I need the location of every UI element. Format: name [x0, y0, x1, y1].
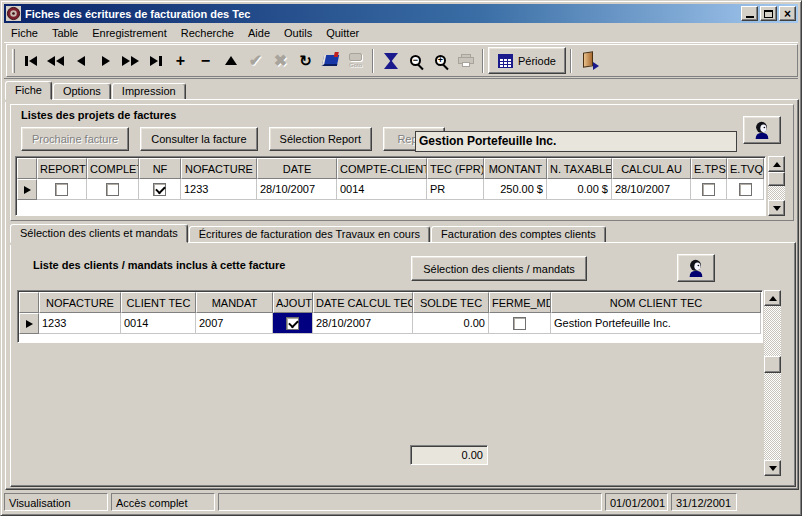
periode-button[interactable]: Période — [488, 47, 566, 74]
next-record-button[interactable] — [93, 48, 118, 73]
scroll-down-button[interactable] — [764, 460, 781, 476]
cell-nofacture[interactable]: 1233 — [181, 179, 257, 200]
cell-mandat[interactable]: 2007 — [196, 313, 273, 334]
scroll-thumb[interactable] — [768, 172, 785, 186]
goto-button: Goto — [343, 48, 368, 73]
cell-solde-tec[interactable]: 0.00 — [413, 313, 489, 334]
scroll-up-button[interactable] — [768, 156, 785, 172]
hourglass-button[interactable] — [378, 48, 403, 73]
menu-aide[interactable]: Aide — [241, 25, 277, 41]
minimize-button[interactable] — [741, 6, 758, 21]
col-complet: COMPLET — [87, 158, 139, 179]
scroll-down-button[interactable] — [768, 200, 785, 216]
tab-fiche[interactable]: Fiche — [5, 81, 52, 100]
clients-list-title: Liste des clients / mandats inclus à cet… — [33, 259, 285, 271]
e-tps-checkbox[interactable] — [702, 183, 715, 196]
scroll-thumb[interactable] — [764, 356, 781, 373]
tab-options[interactable]: Options — [53, 83, 111, 100]
cell-e-tps[interactable] — [691, 179, 727, 200]
scroll-down-icon — [773, 206, 781, 211]
last-record-icon — [150, 56, 162, 66]
prior-page-button[interactable] — [43, 48, 68, 73]
periode-button-label: Période — [518, 55, 556, 67]
row-selector-cell[interactable] — [19, 313, 39, 334]
app-window: Fiches des écritures de facturation des … — [0, 0, 802, 516]
refresh-button[interactable]: ↻ — [293, 48, 318, 73]
complet-checkbox[interactable] — [106, 183, 119, 196]
tab-impression[interactable]: Impression — [112, 83, 186, 100]
col-nofacture: NOFACTURE — [39, 292, 121, 313]
zoom-in-icon: + — [435, 55, 446, 66]
person-icon — [751, 120, 773, 140]
delete-record-button[interactable]: − — [193, 48, 218, 73]
clients-grid-header: NOFACTURE CLIENT TEC MANDAT AJOUT DATE C… — [19, 292, 762, 313]
tab-ecritures-travaux[interactable]: Écritures de facturation des Travaux en … — [189, 226, 430, 243]
cell-calcul-au[interactable]: 28/10/2007 — [612, 179, 691, 200]
consulter-facture-button[interactable]: Consulter la facture — [140, 127, 257, 151]
cell-date[interactable]: 28/10/2007 — [257, 179, 337, 200]
cell-ajout-selected[interactable] — [273, 313, 313, 334]
cell-report[interactable] — [37, 179, 87, 200]
e-tvq-checkbox[interactable] — [739, 183, 752, 196]
status-access: Accès complet — [111, 493, 215, 511]
col-n-taxable: N. TAXABLE — [547, 158, 612, 179]
zoom-out-icon: − — [410, 55, 421, 66]
scroll-up-button[interactable] — [764, 290, 781, 306]
menu-recherche[interactable]: Recherche — [174, 25, 241, 41]
zoom-out-button[interactable]: − — [403, 48, 428, 73]
maximize-button[interactable] — [760, 6, 777, 21]
col-tec-fpr: TEC (FPR) — [427, 158, 484, 179]
clients-grid-scrollbar[interactable] — [764, 290, 781, 476]
clients-lookup-button[interactable] — [677, 254, 715, 282]
cell-nofacture[interactable]: 1233 — [39, 313, 121, 334]
scroll-up-icon — [773, 162, 781, 167]
menu-enregistrement[interactable]: Enregistrement — [85, 25, 174, 41]
cell-nom-client-tec[interactable]: Gestion Portefeuille Inc. — [551, 313, 761, 334]
selection-report-button[interactable]: Sélection Report — [269, 127, 372, 151]
toolbar-grip[interactable] — [12, 49, 15, 73]
close-button[interactable]: × — [779, 6, 796, 21]
cell-client-tec[interactable]: 0014 — [121, 313, 196, 334]
status-date-to: 31/12/2001 — [671, 493, 737, 511]
cell-montant[interactable]: 250.00 $ — [484, 179, 547, 200]
menu-table[interactable]: Table — [45, 25, 85, 41]
fiche-tabsheet: Listes des projets de factures Prochaine… — [5, 99, 799, 490]
cell-n-taxable[interactable]: 0.00 $ — [547, 179, 612, 200]
total-field[interactable]: 0.00 — [410, 445, 488, 465]
tab-selection-clients[interactable]: Sélection des clients et mandats — [10, 224, 188, 243]
cell-nf[interactable] — [139, 179, 181, 200]
exit-button[interactable] — [576, 48, 604, 73]
scroll-down-icon — [769, 466, 777, 471]
report-checkbox[interactable] — [55, 183, 68, 196]
title-bar[interactable]: Fiches des écritures de facturation des … — [4, 4, 798, 23]
zoom-in-button[interactable]: + — [428, 48, 453, 73]
cell-compte-client[interactable]: 0014 — [337, 179, 427, 200]
row-selector-cell[interactable] — [17, 179, 37, 200]
row-pointer-icon — [26, 320, 33, 328]
insert-record-button[interactable]: + — [168, 48, 193, 73]
menu-quitter[interactable]: Quitter — [319, 25, 366, 41]
nf-checkbox[interactable] — [153, 183, 166, 196]
calendar-icon — [498, 54, 513, 68]
first-record-button[interactable] — [18, 48, 43, 73]
edit-record-button[interactable] — [218, 48, 243, 73]
cell-date-calcul-tec[interactable]: 28/10/2007 — [313, 313, 413, 334]
next-page-button[interactable] — [118, 48, 143, 73]
menu-fiche[interactable]: Fiche — [4, 25, 45, 41]
cell-e-tvq[interactable] — [727, 179, 764, 200]
last-record-button[interactable] — [143, 48, 168, 73]
client-name-field[interactable]: Gestion Portefeuille Inc. — [415, 131, 737, 152]
cell-complet[interactable] — [87, 179, 139, 200]
cell-ferme-mdt[interactable] — [489, 313, 551, 334]
bookmark-button[interactable] — [318, 48, 343, 73]
ajout-checkbox[interactable] — [286, 317, 299, 330]
cell-tec-fpr[interactable]: PR — [427, 179, 484, 200]
menu-outils[interactable]: Outils — [277, 25, 319, 41]
selection-clients-button[interactable]: Sélection des clients / mandats — [411, 256, 587, 281]
prior-record-button[interactable] — [68, 48, 93, 73]
col-nf: NF — [139, 158, 181, 179]
ferme-mdt-checkbox[interactable] — [513, 317, 526, 330]
invoices-grid-scrollbar[interactable] — [768, 156, 785, 216]
client-lookup-button[interactable] — [743, 116, 781, 144]
tab-facturation-comptes[interactable]: Facturation des comptes clients — [431, 226, 606, 243]
